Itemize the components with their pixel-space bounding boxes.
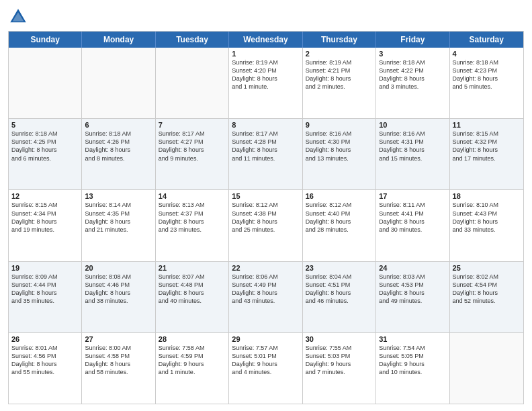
day-info: Sunrise: 8:18 AM Sunset: 4:26 PM Dayligh… xyxy=(85,130,152,163)
day-number: 21 xyxy=(159,264,226,272)
calendar-cell: 29Sunrise: 7:57 AM Sunset: 5:01 PM Dayli… xyxy=(229,333,302,404)
calendar-cell: 22Sunrise: 8:06 AM Sunset: 4:49 PM Dayli… xyxy=(229,262,302,332)
weekday-header: Tuesday xyxy=(156,32,229,48)
calendar-cell: 8Sunrise: 8:17 AM Sunset: 4:28 PM Daylig… xyxy=(229,119,302,189)
day-number: 28 xyxy=(159,335,226,343)
day-info: Sunrise: 8:11 AM Sunset: 4:41 PM Dayligh… xyxy=(379,201,446,234)
day-info: Sunrise: 7:58 AM Sunset: 4:59 PM Dayligh… xyxy=(159,344,226,377)
calendar-cell: 3Sunrise: 8:18 AM Sunset: 4:22 PM Daylig… xyxy=(376,48,449,118)
calendar-row: 26Sunrise: 8:01 AM Sunset: 4:56 PM Dayli… xyxy=(9,333,523,404)
calendar-cell: 7Sunrise: 8:17 AM Sunset: 4:27 PM Daylig… xyxy=(156,119,229,189)
weekday-header: Monday xyxy=(82,32,155,48)
calendar-cell: 12Sunrise: 8:15 AM Sunset: 4:34 PM Dayli… xyxy=(9,190,82,261)
day-number: 9 xyxy=(306,121,373,129)
day-number: 25 xyxy=(453,264,521,272)
day-info: Sunrise: 7:55 AM Sunset: 5:03 PM Dayligh… xyxy=(306,344,373,377)
calendar-row: 5Sunrise: 8:18 AM Sunset: 4:25 PM Daylig… xyxy=(9,119,523,190)
day-number: 12 xyxy=(11,192,79,200)
day-info: Sunrise: 8:19 AM Sunset: 4:20 PM Dayligh… xyxy=(232,58,299,91)
calendar-cell xyxy=(156,48,229,118)
calendar-cell xyxy=(450,333,523,404)
day-info: Sunrise: 8:02 AM Sunset: 4:54 PM Dayligh… xyxy=(453,273,521,306)
day-info: Sunrise: 8:04 AM Sunset: 4:51 PM Dayligh… xyxy=(306,273,373,306)
page: SundayMondayTuesdayWednesdayThursdayFrid… xyxy=(0,0,532,411)
calendar-cell: 1Sunrise: 8:19 AM Sunset: 4:20 PM Daylig… xyxy=(229,48,302,118)
day-info: Sunrise: 8:00 AM Sunset: 4:58 PM Dayligh… xyxy=(85,344,152,377)
day-number: 11 xyxy=(453,121,521,129)
calendar-header: SundayMondayTuesdayWednesdayThursdayFrid… xyxy=(9,32,523,48)
day-info: Sunrise: 8:14 AM Sunset: 4:35 PM Dayligh… xyxy=(85,201,152,234)
calendar-cell: 14Sunrise: 8:13 AM Sunset: 4:37 PM Dayli… xyxy=(156,190,229,261)
day-number: 4 xyxy=(453,50,521,58)
day-number: 5 xyxy=(11,121,79,129)
day-number: 22 xyxy=(232,264,299,272)
day-number: 29 xyxy=(232,335,299,343)
calendar-cell: 17Sunrise: 8:11 AM Sunset: 4:41 PM Dayli… xyxy=(376,190,449,261)
calendar-cell xyxy=(9,48,82,118)
calendar-cell: 28Sunrise: 7:58 AM Sunset: 4:59 PM Dayli… xyxy=(156,333,229,404)
day-number: 6 xyxy=(85,121,152,129)
weekday-header: Saturday xyxy=(450,32,523,48)
day-info: Sunrise: 7:54 AM Sunset: 5:05 PM Dayligh… xyxy=(379,344,446,377)
calendar-cell: 21Sunrise: 8:07 AM Sunset: 4:48 PM Dayli… xyxy=(156,262,229,332)
day-number: 1 xyxy=(232,50,299,58)
day-info: Sunrise: 8:19 AM Sunset: 4:21 PM Dayligh… xyxy=(306,58,373,91)
calendar-cell: 31Sunrise: 7:54 AM Sunset: 5:05 PM Dayli… xyxy=(376,333,449,404)
day-number: 16 xyxy=(306,192,373,200)
day-number: 18 xyxy=(453,192,521,200)
calendar-row: 12Sunrise: 8:15 AM Sunset: 4:34 PM Dayli… xyxy=(9,190,523,261)
logo-icon xyxy=(8,7,28,27)
day-number: 27 xyxy=(85,335,152,343)
day-info: Sunrise: 8:15 AM Sunset: 4:34 PM Dayligh… xyxy=(11,201,79,234)
calendar-cell: 6Sunrise: 8:18 AM Sunset: 4:26 PM Daylig… xyxy=(82,119,155,189)
calendar-cell: 26Sunrise: 8:01 AM Sunset: 4:56 PM Dayli… xyxy=(9,333,82,404)
day-number: 30 xyxy=(306,335,373,343)
calendar-body: 1Sunrise: 8:19 AM Sunset: 4:20 PM Daylig… xyxy=(9,48,523,404)
day-info: Sunrise: 8:15 AM Sunset: 4:32 PM Dayligh… xyxy=(453,130,521,163)
calendar-cell: 24Sunrise: 8:03 AM Sunset: 4:53 PM Dayli… xyxy=(376,262,449,332)
calendar-row: 1Sunrise: 8:19 AM Sunset: 4:20 PM Daylig… xyxy=(9,48,523,119)
day-number: 17 xyxy=(379,192,446,200)
day-number: 8 xyxy=(232,121,299,129)
day-info: Sunrise: 8:17 AM Sunset: 4:27 PM Dayligh… xyxy=(159,130,226,163)
day-info: Sunrise: 7:57 AM Sunset: 5:01 PM Dayligh… xyxy=(232,344,299,377)
calendar-cell: 5Sunrise: 8:18 AM Sunset: 4:25 PM Daylig… xyxy=(9,119,82,189)
calendar-cell: 10Sunrise: 8:16 AM Sunset: 4:31 PM Dayli… xyxy=(376,119,449,189)
day-number: 14 xyxy=(159,192,226,200)
day-info: Sunrise: 8:09 AM Sunset: 4:44 PM Dayligh… xyxy=(11,273,79,306)
day-info: Sunrise: 8:12 AM Sunset: 4:38 PM Dayligh… xyxy=(232,201,299,234)
day-number: 23 xyxy=(306,264,373,272)
day-number: 31 xyxy=(379,335,446,343)
day-number: 10 xyxy=(379,121,446,129)
day-number: 2 xyxy=(306,50,373,58)
day-info: Sunrise: 8:16 AM Sunset: 4:30 PM Dayligh… xyxy=(306,130,373,163)
day-info: Sunrise: 8:08 AM Sunset: 4:46 PM Dayligh… xyxy=(85,273,152,306)
day-info: Sunrise: 8:03 AM Sunset: 4:53 PM Dayligh… xyxy=(379,273,446,306)
calendar-cell: 27Sunrise: 8:00 AM Sunset: 4:58 PM Dayli… xyxy=(82,333,155,404)
weekday-header: Wednesday xyxy=(229,32,302,48)
day-number: 19 xyxy=(11,264,79,272)
calendar-cell: 19Sunrise: 8:09 AM Sunset: 4:44 PM Dayli… xyxy=(9,262,82,332)
logo xyxy=(8,7,31,27)
day-info: Sunrise: 8:17 AM Sunset: 4:28 PM Dayligh… xyxy=(232,130,299,163)
calendar-cell: 13Sunrise: 8:14 AM Sunset: 4:35 PM Dayli… xyxy=(82,190,155,261)
day-info: Sunrise: 8:18 AM Sunset: 4:23 PM Dayligh… xyxy=(453,58,521,91)
calendar-row: 19Sunrise: 8:09 AM Sunset: 4:44 PM Dayli… xyxy=(9,262,523,333)
day-info: Sunrise: 8:01 AM Sunset: 4:56 PM Dayligh… xyxy=(11,344,79,377)
day-info: Sunrise: 8:07 AM Sunset: 4:48 PM Dayligh… xyxy=(159,273,226,306)
day-info: Sunrise: 8:13 AM Sunset: 4:37 PM Dayligh… xyxy=(159,201,226,234)
header xyxy=(8,7,524,27)
day-info: Sunrise: 8:12 AM Sunset: 4:40 PM Dayligh… xyxy=(306,201,373,234)
calendar-cell: 20Sunrise: 8:08 AM Sunset: 4:46 PM Dayli… xyxy=(82,262,155,332)
day-info: Sunrise: 8:10 AM Sunset: 4:43 PM Dayligh… xyxy=(453,201,521,234)
calendar-cell: 18Sunrise: 8:10 AM Sunset: 4:43 PM Dayli… xyxy=(450,190,523,261)
calendar-cell: 25Sunrise: 8:02 AM Sunset: 4:54 PM Dayli… xyxy=(450,262,523,332)
calendar-cell: 11Sunrise: 8:15 AM Sunset: 4:32 PM Dayli… xyxy=(450,119,523,189)
calendar-cell: 15Sunrise: 8:12 AM Sunset: 4:38 PM Dayli… xyxy=(229,190,302,261)
calendar: SundayMondayTuesdayWednesdayThursdayFrid… xyxy=(8,31,524,404)
calendar-cell: 16Sunrise: 8:12 AM Sunset: 4:40 PM Dayli… xyxy=(303,190,376,261)
calendar-cell: 23Sunrise: 8:04 AM Sunset: 4:51 PM Dayli… xyxy=(303,262,376,332)
calendar-cell: 9Sunrise: 8:16 AM Sunset: 4:30 PM Daylig… xyxy=(303,119,376,189)
day-number: 20 xyxy=(85,264,152,272)
calendar-cell xyxy=(82,48,155,118)
